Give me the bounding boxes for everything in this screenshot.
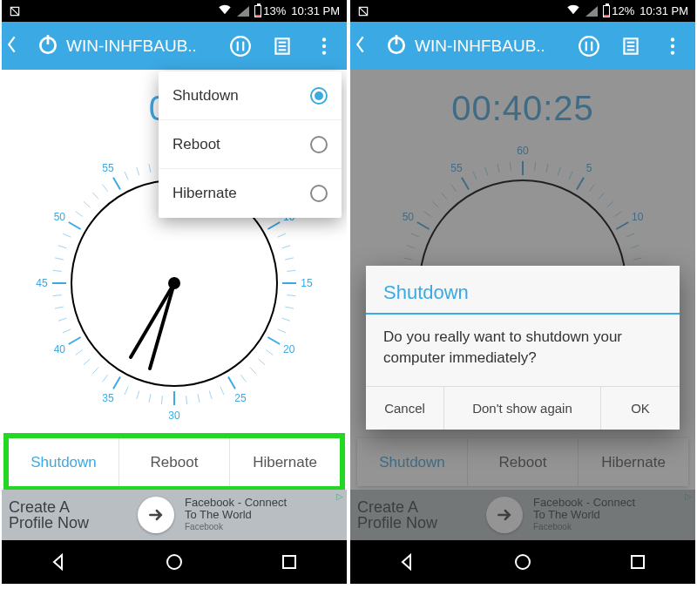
android-nav-bar xyxy=(2,540,347,584)
svg-line-56 xyxy=(55,307,64,308)
dialog-message: Do you really want to shutdown your comp… xyxy=(366,327,680,386)
adchoices-icon[interactable]: ▷ xyxy=(336,491,343,501)
content-area: 00:40:25 51015202530354045505560 Shutdow… xyxy=(350,70,695,540)
notification-icon xyxy=(357,5,369,17)
popup-item-reboot[interactable]: Reboot xyxy=(159,120,342,169)
svg-line-66 xyxy=(92,193,98,199)
svg-line-61 xyxy=(58,246,67,248)
svg-point-89 xyxy=(167,555,181,569)
svg-text:20: 20 xyxy=(283,343,295,355)
mode-popup: Shutdown Reboot Hibernate xyxy=(159,71,342,218)
radio-off-icon xyxy=(310,185,328,202)
pause-button[interactable] xyxy=(572,29,606,64)
svg-line-38 xyxy=(228,376,235,389)
overflow-button[interactable] xyxy=(307,29,342,64)
wifi-icon xyxy=(218,3,232,19)
svg-text:50: 50 xyxy=(54,211,66,223)
nav-home[interactable] xyxy=(497,545,549,579)
svg-line-87 xyxy=(131,283,174,357)
svg-line-47 xyxy=(125,387,128,395)
phone-left: 13% 10:31 PM WIN-INHFBAUB.. 00: 51015202… xyxy=(2,0,347,613)
nav-recent[interactable] xyxy=(612,545,664,579)
list-button[interactable] xyxy=(613,29,648,64)
power-icon xyxy=(37,33,59,59)
svg-line-54 xyxy=(63,329,71,333)
arrow-right-icon xyxy=(138,497,174,533)
bottom-action-bar: Shutdown Reboot Hibernate xyxy=(9,438,340,486)
svg-line-30 xyxy=(285,307,294,308)
svg-line-68 xyxy=(113,178,120,190)
dialog-dont-show-button[interactable]: Don't show again xyxy=(444,387,601,430)
list-button[interactable] xyxy=(265,29,300,64)
dialog-cancel-button[interactable]: Cancel xyxy=(366,387,444,430)
dialog-buttons: Cancel Don't show again OK xyxy=(366,386,680,430)
nav-back[interactable] xyxy=(382,545,434,579)
action-shutdown[interactable]: Shutdown xyxy=(9,438,119,486)
action-reboot[interactable]: Reboot xyxy=(119,438,230,486)
signal-icon xyxy=(585,6,598,17)
nav-recent[interactable] xyxy=(263,545,315,579)
svg-point-103 xyxy=(671,51,674,54)
wifi-icon xyxy=(566,3,580,19)
svg-line-65 xyxy=(84,201,90,207)
battery-percent: 13% xyxy=(263,4,286,17)
svg-line-88 xyxy=(150,283,174,369)
back-icon[interactable] xyxy=(355,33,378,59)
notification-icon xyxy=(9,5,21,17)
svg-line-27 xyxy=(287,270,295,271)
svg-line-62 xyxy=(63,234,71,237)
svg-line-41 xyxy=(198,394,200,403)
radio-off-icon xyxy=(310,136,328,153)
svg-text:25: 25 xyxy=(234,392,247,404)
svg-line-46 xyxy=(137,391,139,400)
svg-point-101 xyxy=(671,37,674,41)
app-bar: WIN-INHFBAUB.. xyxy=(350,22,695,70)
svg-line-42 xyxy=(186,396,187,404)
phone-right: 12% 10:31 PM WIN-INHFBAUB.. 00:40:25 510… xyxy=(350,0,695,613)
svg-line-26 xyxy=(285,258,294,260)
svg-point-102 xyxy=(671,44,674,47)
svg-line-24 xyxy=(278,234,286,237)
nav-home[interactable] xyxy=(148,545,200,579)
pause-button[interactable] xyxy=(223,29,258,64)
svg-line-64 xyxy=(76,212,83,217)
dialog-ok-button[interactable]: OK xyxy=(601,387,680,430)
back-icon[interactable] xyxy=(7,33,30,59)
svg-line-53 xyxy=(69,337,81,344)
radio-on-icon xyxy=(310,87,328,105)
svg-point-3 xyxy=(231,37,250,56)
svg-line-25 xyxy=(282,246,291,248)
svg-text:15: 15 xyxy=(301,277,313,289)
app-bar: WIN-INHFBAUB.. xyxy=(2,22,347,70)
svg-line-59 xyxy=(53,270,62,271)
svg-text:55: 55 xyxy=(102,162,114,174)
svg-line-31 xyxy=(282,318,291,321)
svg-line-50 xyxy=(92,368,98,374)
popup-item-shutdown[interactable]: Shutdown xyxy=(159,71,342,120)
svg-text:30: 30 xyxy=(168,410,180,422)
popup-item-hibernate[interactable]: Hibernate xyxy=(159,169,342,218)
status-bar: 12% 10:31 PM xyxy=(350,0,695,22)
svg-rect-90 xyxy=(283,556,295,568)
svg-line-57 xyxy=(53,295,62,296)
svg-line-48 xyxy=(113,376,120,389)
content-area: 00: 51015202530354045505560 Shutdown Reb… xyxy=(2,70,347,540)
ad-banner[interactable]: Create A Profile Now Facebook - Connect … xyxy=(2,490,347,540)
svg-line-32 xyxy=(278,329,286,333)
svg-line-49 xyxy=(103,375,108,382)
svg-line-45 xyxy=(149,394,151,403)
dialog-divider xyxy=(366,313,680,315)
svg-text:40: 40 xyxy=(54,343,66,355)
battery-indicator: 12% xyxy=(603,4,634,17)
overflow-button[interactable] xyxy=(655,29,690,64)
status-time: 10:31 PM xyxy=(291,4,340,17)
svg-line-36 xyxy=(250,368,256,374)
svg-text:35: 35 xyxy=(102,392,114,404)
svg-line-69 xyxy=(125,172,128,179)
app-title: WIN-INHFBAUB.. xyxy=(415,37,565,56)
nav-back[interactable] xyxy=(33,545,85,579)
svg-line-34 xyxy=(266,349,273,355)
status-time: 10:31 PM xyxy=(639,4,688,17)
svg-line-55 xyxy=(58,318,67,321)
action-hibernate[interactable]: Hibernate xyxy=(230,438,340,486)
